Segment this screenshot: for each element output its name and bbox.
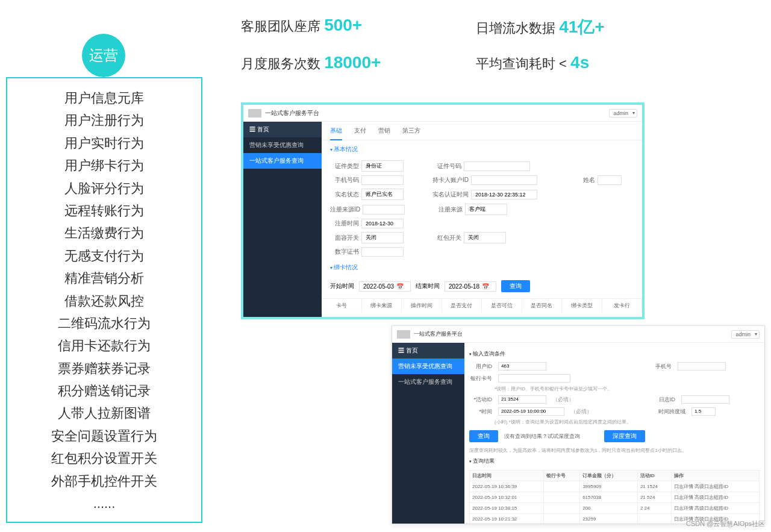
td-activity: 2 24: [637, 503, 671, 514]
table-row: 2022-05-19 10:38:152002 24日志详情 高级日志链路ID: [470, 503, 760, 514]
user-dropdown[interactable]: admin: [609, 109, 637, 117]
stat-value: 41亿+: [559, 17, 605, 36]
query-button[interactable]: 查询: [469, 430, 498, 442]
screenshot-query: 一站式客户服务平台 admin ☰ 首页 营销未享受优惠查询 一站式客户服务查询…: [392, 325, 765, 524]
left-item: 信用卡还款行为: [7, 334, 201, 357]
section-basic[interactable]: 基本情况: [322, 140, 642, 158]
section-result[interactable]: 查询结果: [469, 455, 760, 468]
left-item: 安全问题设置行为: [7, 425, 201, 447]
tab-pay[interactable]: 支付: [354, 127, 366, 135]
input-phone[interactable]: [678, 362, 726, 371]
th: 绑卡来源: [362, 299, 402, 313]
label-doctype: 证件类型: [330, 162, 359, 171]
left-item: 无感支付行为: [7, 245, 201, 267]
deep-query-button[interactable]: 深度查询: [604, 430, 645, 442]
ops-badge: 运营: [82, 34, 125, 77]
sidebar-item-promo[interactable]: 营销未享受优惠查询: [243, 137, 322, 153]
label-regsrc: 注册来源: [434, 205, 463, 214]
left-item: 人脸评分行为: [7, 177, 201, 199]
label-activity: *活动ID: [469, 396, 492, 404]
user-dropdown[interactable]: admin: [731, 330, 760, 339]
label-span: 时间跨度域: [658, 408, 685, 416]
stat-label: 月度服务次数: [241, 56, 324, 71]
input-time[interactable]: 2022-05-19 10:00:00: [498, 407, 564, 416]
value-carduser: [471, 175, 537, 185]
td-bank: [543, 514, 579, 524]
stat-value: 18000+: [324, 53, 381, 72]
value-face: 关闭: [361, 232, 404, 243]
th: 是否支付: [442, 299, 482, 313]
td-time: 2022-05-19 10:38:15: [470, 503, 544, 514]
sidebar-item-promo[interactable]: 营销未享受优惠查询: [392, 358, 464, 374]
th: 发卡行: [602, 299, 643, 313]
logo-icon: [248, 109, 261, 117]
left-item: ......: [7, 492, 201, 515]
th: 操作: [671, 471, 759, 481]
stat-value: 500+: [324, 16, 362, 34]
value-regtime: 2018-12-30: [361, 219, 404, 228]
th: 银行卡号: [543, 471, 579, 481]
main-panel: 输入查询条件 用户ID463 手机号 银行卡号 *说明：用户ID、手机号和银行卡…: [464, 343, 764, 524]
app-header: 一站式客户服务平台 admin: [243, 105, 642, 122]
td-time: 2022-05-19 10:32:01: [470, 492, 544, 503]
label-regsrcid: 注册来源ID: [330, 205, 360, 214]
sidebar-item-onestop[interactable]: 一站式客户服务查询: [392, 374, 464, 390]
stat-label: 平均查询耗时 <: [476, 56, 570, 71]
label-name: 姓名: [566, 176, 595, 184]
value-realtime: 2018-12-30 22:35:12: [471, 190, 537, 199]
input-activity[interactable]: 21 3524: [498, 395, 546, 404]
value-doctype: 身份证: [361, 160, 404, 172]
value-phone: [361, 175, 404, 185]
sidebar-home[interactable]: ☰ 首页: [392, 343, 464, 358]
th: 日志时间: [470, 471, 544, 481]
input-start-date[interactable]: 2022-05-03📅: [359, 281, 411, 292]
query-button[interactable]: 查询: [501, 280, 530, 292]
td-op-link[interactable]: 日志详情 高级日志链路ID: [671, 503, 759, 514]
stat-label: 客服团队座席: [241, 19, 324, 34]
tab-bar: 基础 支付 营销 第三方: [322, 122, 642, 140]
tab-marketing[interactable]: 营销: [378, 127, 390, 135]
td-op-link[interactable]: 日志详情 高级日志链路ID: [671, 492, 759, 503]
left-item: 远程转账行为: [7, 199, 201, 222]
td-op-link[interactable]: 日志详情 高级日志链路ID: [671, 481, 759, 492]
calendar-icon: 📅: [482, 283, 489, 290]
td-time: 2022-05-19 10:21:32: [470, 514, 544, 524]
section-card[interactable]: 绑卡情况: [322, 258, 642, 277]
stat: 月度服务次数 18000+: [241, 53, 476, 73]
stat: 日增流水数据 41亿+: [476, 16, 711, 39]
label-docno: 证件号码: [432, 162, 461, 171]
td-activity: [637, 514, 671, 524]
left-item: 用户实时行为: [7, 132, 201, 154]
sidebar-item-onestop[interactable]: 一站式客户服务查询: [243, 153, 322, 169]
screenshot-basic-info: 一站式客户服务平台 admin ☰ 首页 营销未享受优惠查询 一站式客户服务查询…: [241, 102, 645, 319]
left-item: 票券赠获券记录: [7, 357, 201, 380]
label-bank: 银行卡号: [469, 375, 492, 383]
td-amount: 6157038: [580, 492, 638, 503]
input-userid[interactable]: 463: [498, 362, 546, 371]
td-activity: 21 1524: [637, 481, 671, 492]
sidebar: ☰ 首页 营销未享受优惠查询 一站式客户服务查询: [392, 343, 464, 524]
label-phone: 手机号: [649, 363, 672, 371]
app-title: 一站式客户服务平台: [265, 109, 609, 117]
start-date-value: 2022-05-03: [363, 283, 394, 290]
th: 卡号: [322, 299, 362, 313]
left-item: 外部手机控件开关: [7, 470, 201, 492]
input-logid[interactable]: [681, 395, 729, 404]
value-cert: [361, 247, 404, 257]
td-activity: 21 524: [637, 492, 671, 503]
label-phone: 手机号码: [330, 176, 359, 184]
input-span[interactable]: 1.5: [691, 407, 716, 416]
left-item: 人带人拉新图谱: [7, 402, 201, 424]
input-end-date[interactable]: 2022-05-18📅: [445, 281, 496, 292]
label-realstatus: 实名状态: [330, 190, 359, 199]
section-query[interactable]: 输入查询条件: [469, 348, 760, 360]
left-item: 用户信息元库: [7, 87, 201, 109]
left-item: 红包积分设置开关: [7, 447, 201, 469]
tab-basic[interactable]: 基础: [330, 127, 342, 140]
sidebar-home[interactable]: ☰ 首页: [243, 122, 322, 137]
main-panel: 基础 支付 营销 第三方 基本情况 证件类型身份证 证件号码 手机号码 持卡人账…: [322, 122, 642, 317]
input-bank[interactable]: [498, 374, 570, 383]
left-item: 二维码流水行为: [7, 312, 201, 334]
td-bank: [543, 481, 579, 492]
tab-thirdparty[interactable]: 第三方: [402, 127, 420, 135]
